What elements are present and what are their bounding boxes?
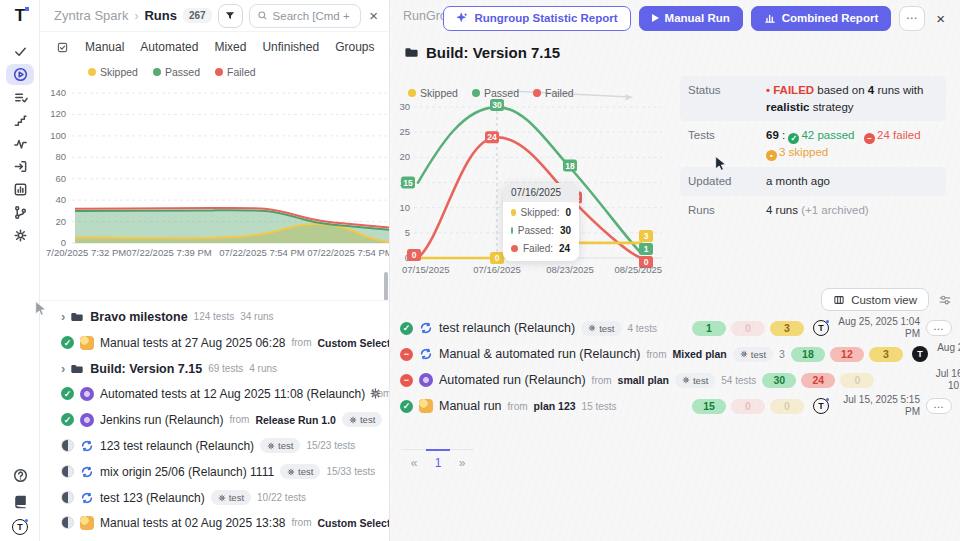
breadcrumb-project[interactable]: Zyntra Spark — [54, 8, 128, 23]
manual-run-button[interactable]: Manual Run — [639, 6, 743, 31]
group-tests-count: 124 tests — [194, 311, 235, 322]
legend-skipped[interactable]: Skipped — [88, 66, 138, 78]
search-box[interactable] — [249, 4, 362, 28]
list-item-run[interactable]: ✓ Manual tests at 27 Aug 2025 06:28 from… — [40, 330, 390, 355]
in-progress-status-icon — [61, 491, 74, 504]
assignee-avatar[interactable]: T — [810, 398, 832, 414]
sidebar-item-branches[interactable] — [0, 201, 40, 224]
runs-history-area-chart[interactable]: 140 120 100 80 60 40 20 0 7/20/2025 7:32… — [40, 82, 390, 260]
plan-link[interactable]: plan 123 — [534, 400, 576, 412]
panel-close-button[interactable]: × — [367, 7, 380, 24]
sidebar-item-import[interactable] — [0, 155, 40, 178]
list-item-run[interactable]: ✓ Jenkins run (Relaunch) from Release Ru… — [40, 407, 390, 432]
svg-text:07/22/2025 7:54 PM: 07/22/2025 7:54 PM — [307, 247, 390, 258]
tab-manual[interactable]: Manual — [85, 40, 124, 54]
app-logo[interactable]: T — [0, 6, 40, 26]
rungroup-run-row[interactable]: − Manual & automated run (Relaunch) from… — [400, 342, 952, 366]
tag-pill[interactable]: test — [342, 412, 382, 427]
detail-close-button[interactable]: × — [933, 10, 948, 27]
row-settings-gear-icon[interactable] — [369, 387, 382, 400]
sidebar-item-analytics[interactable] — [0, 178, 40, 201]
combined-report-button[interactable]: Combined Report — [751, 6, 891, 31]
tag-pill[interactable]: test — [733, 347, 773, 362]
list-item-run[interactable]: 123 test relaunch (Relaunch) test 15/23 … — [40, 433, 390, 458]
docs-button[interactable] — [0, 491, 40, 511]
result-badges: 1 0 3 — [692, 321, 804, 336]
bar-chart-icon — [13, 182, 28, 197]
select-runs-button[interactable] — [56, 41, 69, 54]
group-tests-count: 69 tests — [208, 363, 243, 374]
row-more-button[interactable]: … — [926, 398, 952, 414]
tag-pill[interactable]: test — [280, 464, 320, 479]
legend-failed[interactable]: Failed — [215, 66, 256, 78]
rungroup-statistic-report-button[interactable]: Rungroup Statistic Report — [443, 6, 630, 31]
runs-list-panel: Zyntra Spark › Runs 267 × Manual Automat… — [40, 0, 390, 541]
custom-view-button[interactable]: Custom view — [821, 288, 929, 311]
sidebar-item-runs[interactable] — [0, 63, 40, 86]
sidebar-item-results[interactable] — [0, 40, 40, 63]
run-date: Aug 23, 2025 5:57 PM — [937, 342, 960, 367]
rungroup-run-row[interactable]: − Automated run (Relaunch) from small pl… — [400, 368, 952, 392]
run-title: Automated tests at 12 Aug 2025 11:08 (Re… — [100, 387, 365, 401]
filter-button[interactable] — [218, 4, 243, 28]
legend-skipped[interactable]: Skipped — [408, 87, 458, 99]
row-more-button[interactable]: … — [926, 320, 952, 336]
failed-status-icon: − — [400, 374, 413, 387]
list-item-run[interactable]: mix origin 25/06 (Relaunch) 1111 test 15… — [40, 459, 390, 484]
pagination-next[interactable]: » — [450, 450, 474, 474]
tag-pill[interactable]: test — [260, 438, 300, 453]
rungroup-run-row[interactable]: ✓ Manual run from plan 123 15 tests 15 0… — [400, 394, 952, 418]
plan-link[interactable]: small plan — [618, 374, 669, 386]
svg-text:18: 18 — [565, 161, 575, 171]
pagination: « 1 » — [402, 449, 474, 474]
plan-link[interactable]: Custom Selection — [317, 337, 390, 349]
legend-passed[interactable]: Passed — [472, 87, 519, 99]
search-icon — [257, 10, 268, 21]
svg-text:80: 80 — [55, 151, 66, 162]
list-item-group[interactable]: › Bravo milestone 124 tests 34 runs — [40, 304, 390, 329]
sidebar-item-plans[interactable] — [0, 86, 40, 109]
chevron-right-icon[interactable]: › — [61, 309, 65, 324]
tag-pill[interactable]: test — [581, 321, 621, 336]
rungroup-run-row[interactable]: ✓ test relaunch (Relaunch) test 4 tests … — [400, 316, 952, 340]
updated-label: Updated — [688, 173, 766, 190]
legend-passed[interactable]: Passed — [153, 66, 200, 78]
list-item-run[interactable]: Manual tests at 02 Aug 2025 13:38 from C… — [40, 510, 390, 535]
more-actions-button[interactable]: … — [899, 6, 925, 31]
assignee-avatar[interactable]: T — [810, 320, 832, 336]
left-panel-scrollbar[interactable] — [384, 272, 388, 301]
help-button[interactable] — [0, 465, 40, 485]
tab-mixed[interactable]: Mixed — [214, 40, 246, 54]
svg-text:15: 15 — [403, 178, 413, 188]
pagination-page-1[interactable]: 1 — [426, 449, 450, 473]
list-item-run-partial[interactable] — [40, 535, 390, 541]
pagination-prev[interactable]: « — [402, 450, 426, 474]
chevron-right-icon[interactable]: › — [61, 361, 65, 376]
passed-dot-icon — [472, 89, 480, 97]
assignee-avatar[interactable]: T — [909, 346, 931, 362]
run-date: Jul 16, 2025 10:25 AM — [908, 368, 960, 393]
search-input[interactable] — [273, 10, 354, 22]
list-item-run[interactable]: ✓ Automated tests at 12 Aug 2025 11:08 (… — [40, 381, 390, 406]
view-settings-button[interactable] — [938, 293, 952, 307]
tab-groups[interactable]: Groups — [335, 40, 374, 54]
manual-run-icon — [80, 336, 94, 350]
list-item-group[interactable]: › Build: Version 7.15 69 tests 4 runs — [40, 356, 390, 381]
mouse-cursor — [714, 156, 727, 171]
tests-count: 15/23 tests — [306, 440, 355, 451]
sidebar-item-activity[interactable] — [0, 132, 40, 155]
plan-link[interactable]: Mixed plan — [673, 348, 727, 360]
sidebar-item-settings[interactable] — [0, 224, 40, 247]
folder-icon — [404, 45, 419, 60]
plan-link[interactable]: Custom Selection — [317, 517, 390, 529]
tab-unfinished[interactable]: Unfinished — [262, 40, 319, 54]
legend-failed[interactable]: Failed — [533, 87, 574, 99]
tab-automated[interactable]: Automated — [140, 40, 198, 54]
tag-pill[interactable]: test — [211, 490, 251, 505]
plan-link[interactable]: Release Run 1.0 — [255, 414, 336, 426]
user-avatar-button[interactable]: T — [0, 517, 40, 537]
sidebar-item-steps[interactable] — [0, 109, 40, 132]
list-item-run[interactable]: test 123 (Relaunch) test 10/22 tests — [40, 485, 390, 510]
passed-check-icon: ✓ — [788, 133, 799, 144]
tag-pill[interactable]: test — [675, 373, 715, 388]
